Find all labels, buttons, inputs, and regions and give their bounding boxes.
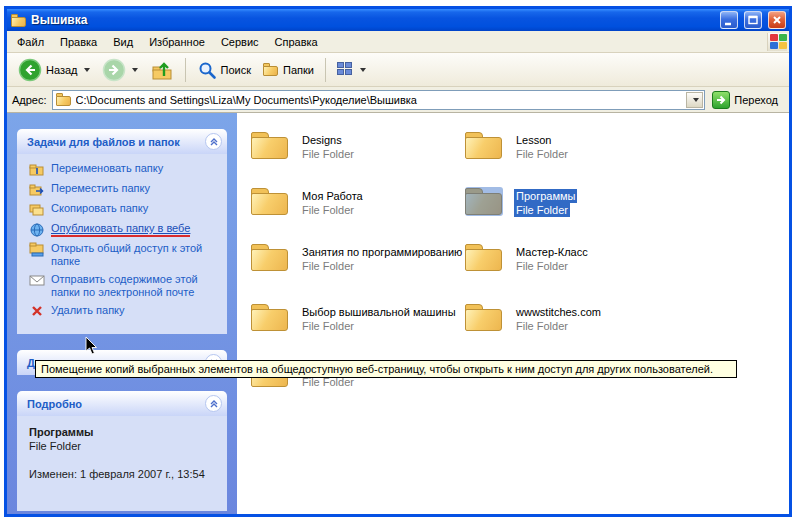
- toolbar-separator: [185, 58, 186, 82]
- up-icon: [150, 58, 174, 82]
- search-label: Поиск: [221, 64, 251, 76]
- collapse-chevron-icon[interactable]: [205, 395, 222, 412]
- views-dropdown-icon[interactable]: [360, 68, 366, 72]
- menu-view[interactable]: Вид: [105, 33, 141, 51]
- minimize-icon: [722, 13, 736, 27]
- folder-icon: [465, 243, 505, 273]
- window-folder-icon: [11, 14, 27, 27]
- back-icon: [18, 58, 42, 82]
- file-list-area[interactable]: DesignsFile Folder LessonFile Folder Моя…: [237, 113, 789, 514]
- details-body: Программы File Folder Изменен: 1 февраля…: [17, 416, 227, 511]
- address-path: C:\Documents and Settings\Liza\My Docume…: [76, 94, 683, 106]
- task-rename-folder[interactable]: Переименовать папку: [29, 162, 223, 177]
- views-button[interactable]: [332, 60, 371, 79]
- section-details: Подробно Программы File Folder Изменен: …: [17, 391, 227, 511]
- content-area: Задачи для файлов и папок Переименовать …: [7, 113, 789, 514]
- folder-icon: [251, 243, 291, 273]
- task-label: Открыть общий доступ к этой папке: [51, 242, 223, 268]
- menu-bar: Файл Правка Вид Избранное Сервис Справка: [7, 31, 789, 53]
- mouse-cursor-icon: [85, 337, 99, 357]
- explorer-window: Вышивка Файл Правка Вид Избранное Сервис…: [4, 6, 792, 517]
- share-folder-icon: [29, 242, 45, 257]
- address-folder-icon: [56, 93, 72, 106]
- menu-tools[interactable]: Сервис: [213, 33, 267, 51]
- folder-icon: [251, 303, 291, 333]
- minimize-button[interactable]: [720, 11, 738, 29]
- menu-help[interactable]: Справка: [267, 33, 326, 51]
- file-tasks-body: Переименовать папку Переместить папку Ск…: [17, 154, 227, 334]
- task-label: Опубликовать папку в вебе: [51, 222, 190, 237]
- search-button[interactable]: Поиск: [192, 58, 256, 82]
- details-name: Программы: [29, 426, 217, 438]
- address-dropdown-button[interactable]: [686, 92, 703, 108]
- details-modified: Изменен: 1 февраля 2007 г., 13:54: [29, 468, 217, 480]
- task-delete-folder[interactable]: Удалить папку: [29, 304, 223, 319]
- copy-folder-icon: [29, 202, 45, 217]
- maximize-icon: [746, 13, 760, 27]
- move-folder-icon: [29, 182, 45, 197]
- folder-icon: [251, 131, 291, 161]
- back-dropdown-icon[interactable]: [84, 68, 90, 72]
- task-label: Переместить папку: [51, 182, 150, 195]
- file-tasks-title: Задачи для файлов и папок: [27, 136, 180, 148]
- address-input[interactable]: C:\Documents and Settings\Liza\My Docume…: [52, 90, 706, 110]
- task-copy-folder[interactable]: Скопировать папку: [29, 202, 223, 217]
- views-icon: [337, 62, 354, 77]
- address-label: Адрес:: [12, 94, 47, 106]
- file-item-wwwstitches[interactable]: wwwstitches.comFile Folder: [465, 303, 675, 333]
- file-item-moya-rabota[interactable]: Моя РаботаFile Folder: [251, 187, 461, 217]
- tooltip: Помещение копий выбранных элементов на о…: [35, 360, 737, 378]
- up-button[interactable]: [145, 56, 179, 84]
- address-bar: Адрес: C:\Documents and Settings\Liza\My…: [7, 87, 789, 113]
- task-label: Отправить содержимое этой папки по элект…: [51, 273, 223, 299]
- task-publish-folder[interactable]: Опубликовать папку в вебе: [29, 222, 223, 237]
- folder-icon: [465, 131, 505, 161]
- task-move-folder[interactable]: Переместить папку: [29, 182, 223, 197]
- menu-favorites[interactable]: Избранное: [141, 33, 213, 51]
- folders-button[interactable]: Папки: [258, 61, 319, 78]
- folder-icon: [465, 303, 505, 333]
- collapse-chevron-icon[interactable]: [205, 133, 222, 150]
- file-tasks-header[interactable]: Задачи для файлов и папок: [17, 129, 227, 154]
- details-header[interactable]: Подробно: [17, 391, 227, 416]
- task-email-folder[interactable]: Отправить содержимое этой папки по элект…: [29, 273, 223, 299]
- go-label: Переход: [734, 94, 778, 106]
- forward-dropdown-icon[interactable]: [132, 68, 138, 72]
- window-title: Вышивка: [31, 13, 714, 27]
- folders-icon: [263, 63, 279, 76]
- file-item-master-klass[interactable]: Мастер-КлассFile Folder: [465, 243, 675, 273]
- task-label: Переименовать папку: [51, 162, 163, 175]
- go-button[interactable]: Переход: [710, 90, 784, 110]
- menu-file[interactable]: Файл: [9, 33, 52, 51]
- search-icon: [197, 60, 217, 80]
- task-label: Скопировать папку: [51, 202, 148, 215]
- task-share-folder[interactable]: Открыть общий доступ к этой папке: [29, 242, 223, 268]
- task-pane: Задачи для файлов и папок Переименовать …: [7, 113, 237, 514]
- folder-icon-selected: [465, 187, 505, 217]
- menu-edit[interactable]: Правка: [52, 33, 105, 51]
- details-title: Подробно: [27, 398, 82, 410]
- close-icon: [770, 13, 784, 27]
- maximize-button[interactable]: [744, 11, 762, 29]
- folders-label: Папки: [283, 64, 314, 76]
- file-item-lesson[interactable]: LessonFile Folder: [465, 131, 675, 161]
- folder-icon: [251, 187, 291, 217]
- file-item-vybor-mashiny[interactable]: Выбор вышивальной машиныFile Folder: [251, 303, 461, 333]
- windows-logo-icon: [767, 33, 787, 51]
- file-item-zanyatiya[interactable]: Занятия по программированиюFile Folder: [251, 243, 461, 273]
- back-label: Назад: [46, 64, 78, 76]
- forward-button[interactable]: [97, 56, 143, 84]
- file-item-designs[interactable]: DesignsFile Folder: [251, 131, 461, 161]
- title-bar[interactable]: Вышивка: [7, 9, 789, 31]
- back-button[interactable]: Назад: [13, 56, 95, 84]
- section-file-tasks: Задачи для файлов и папок Переименовать …: [17, 129, 227, 334]
- close-button[interactable]: [768, 11, 786, 29]
- file-item-programmy[interactable]: ПрограммыFile Folder: [465, 187, 675, 217]
- toolbar: Назад Поиск Папки: [7, 53, 789, 87]
- forward-icon: [102, 58, 126, 82]
- go-icon: [712, 91, 730, 109]
- toolbar-separator: [325, 58, 326, 82]
- rename-folder-icon: [29, 162, 45, 177]
- task-label: Удалить папку: [51, 304, 125, 317]
- details-type: File Folder: [29, 440, 217, 452]
